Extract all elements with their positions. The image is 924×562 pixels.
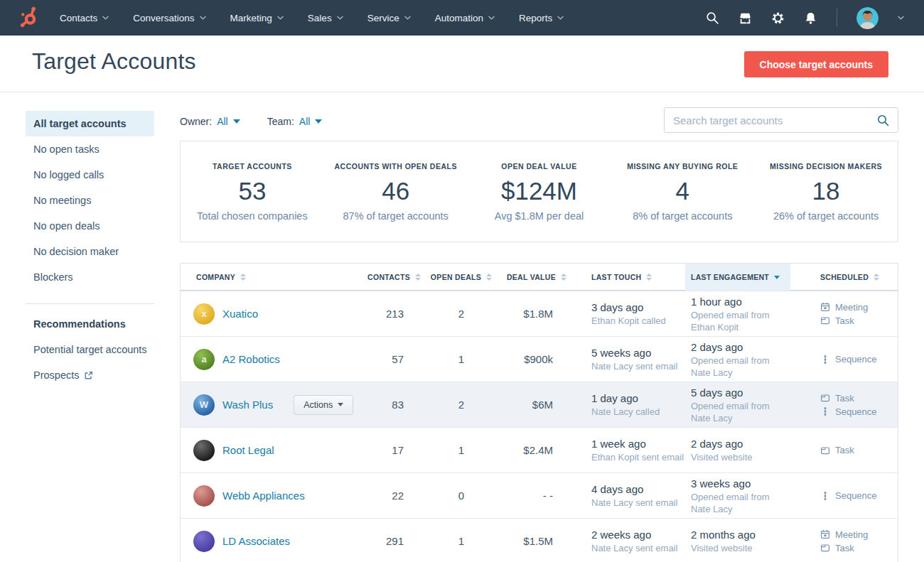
table-row[interactable]: aA2 Robotics 57 1 $900k 5 weeks agoNate …	[181, 336, 898, 382]
last-touch-time: 1 week ago	[591, 437, 685, 451]
search-icon[interactable]	[877, 114, 889, 126]
sort-icon	[415, 274, 421, 281]
nav-label: Marketing	[230, 13, 272, 23]
company-link[interactable]: A2 Robotics	[222, 353, 280, 365]
chevron-down-icon	[200, 16, 206, 20]
chevron-down-icon	[102, 16, 109, 20]
table-row[interactable]: Webb Appliances 22 0 - - 4 days agoNate …	[181, 472, 898, 518]
actions-button[interactable]: Actions	[294, 395, 353, 415]
last-engagement-time: 2 days ago	[691, 340, 790, 355]
nav-label: Contacts	[60, 13, 97, 23]
notifications-icon[interactable]	[804, 11, 817, 25]
last-engagement-detail: Visited website	[691, 542, 790, 554]
nav-item-conversations[interactable]: Conversations	[133, 13, 205, 23]
stats-summary-bar: TARGET ACCOUNTS 53 Total chosen companie…	[180, 141, 898, 242]
user-avatar[interactable]	[856, 7, 879, 29]
sidebar-item-no-logged-calls[interactable]: No logged calls	[26, 162, 154, 188]
nav-item-service[interactable]: Service	[367, 13, 411, 23]
nav-menu: Contacts Conversations Marketing Sales S…	[60, 13, 564, 23]
sort-icon	[874, 274, 879, 281]
company-link[interactable]: LD Associates	[222, 535, 290, 547]
stat-label: OPEN DEAL VALUE	[468, 162, 611, 171]
column-header-deal-value[interactable]: DEAL VALUE	[500, 264, 568, 291]
sort-icon	[240, 274, 246, 281]
column-header-open-deals[interactable]: OPEN DEALS	[422, 264, 500, 291]
last-engagement-time: 1 hour ago	[691, 295, 790, 309]
column-header-last-engagement-sorted[interactable]: LAST ENGAGEMENT	[685, 264, 790, 291]
team-filter-label: Team:	[267, 116, 294, 127]
chevron-down-icon	[557, 16, 564, 20]
nav-right-tools	[706, 7, 904, 29]
nav-label: Service	[367, 13, 399, 23]
sidebar-item-all-target-accounts[interactable]: All target accounts	[26, 111, 154, 136]
caret-down-icon	[233, 119, 240, 124]
company-link[interactable]: Webb Appliances	[222, 490, 305, 502]
company-link[interactable]: Wash Plus	[222, 399, 273, 411]
sidebar-item-no-open-tasks[interactable]: No open tasks	[26, 136, 154, 162]
stat-caption: Total chosen companies	[181, 210, 324, 222]
stat-label: ACCOUNTS WITH OPEN DEALS	[324, 162, 468, 171]
choose-target-accounts-button[interactable]: Choose target accounts	[744, 51, 888, 77]
task-icon	[820, 393, 830, 403]
scheduled-task: Task	[820, 445, 898, 455]
last-engagement-time: 2 months ago	[691, 528, 790, 542]
scheduled-sequence: Sequence	[820, 490, 898, 501]
team-filter-value: All	[299, 116, 311, 127]
sidebar-item-no-open-deals[interactable]: No open deals	[26, 213, 154, 239]
sort-icon	[486, 274, 492, 281]
scheduled-cell: Sequence	[790, 354, 898, 364]
scheduled-cell: Meeting Task	[790, 529, 898, 553]
hubspot-logo[interactable]	[17, 5, 41, 31]
table-row[interactable]: xXuatico 213 2 $1.8M 3 days agoEthan Kop…	[181, 291, 898, 336]
stat-label: TARGET ACCOUNTS	[181, 162, 324, 171]
stat-label: MISSING ANY BUYING ROLE	[611, 162, 754, 171]
nav-item-automation[interactable]: Automation	[435, 13, 495, 23]
deal-value: $900k	[500, 353, 568, 365]
team-filter[interactable]: Team: All	[267, 116, 323, 127]
chevron-down-icon	[404, 16, 411, 20]
last-touch-detail: Ethan Kopit sent email	[591, 451, 685, 463]
last-touch-detail: Nate Lacy sent email	[591, 542, 685, 554]
top-navigation: Contacts Conversations Marketing Sales S…	[0, 0, 924, 36]
table-row[interactable]: LD Associates 291 1 $1.5M 2 weeks agoNat…	[181, 518, 898, 562]
nav-item-contacts[interactable]: Contacts	[60, 13, 109, 23]
stat-caption: 8% of target accounts	[611, 210, 754, 222]
marketplace-icon[interactable]	[738, 11, 752, 25]
column-header-scheduled[interactable]: SCHEDULED	[790, 264, 898, 291]
company-logo: W	[193, 394, 215, 416]
nav-item-sales[interactable]: Sales	[308, 13, 343, 23]
settings-icon[interactable]	[771, 11, 785, 25]
last-engagement-detail: Opened email from Nate Lacy	[691, 355, 790, 379]
open-deals-count: 1	[422, 353, 500, 365]
scheduled-cell: Task	[790, 445, 898, 455]
stat-missing-decision-makers: MISSING DECISION MAKERS 18 26% of target…	[754, 162, 898, 222]
nav-item-reports[interactable]: Reports	[519, 13, 564, 23]
company-logo: a	[193, 349, 215, 370]
account-caret-icon[interactable]	[898, 16, 904, 20]
table-row[interactable]: Root Legal 17 1 $2.4M 1 week agoEthan Ko…	[181, 427, 898, 472]
column-header-last-touch[interactable]: LAST TOUCH	[568, 264, 685, 291]
search-icon[interactable]	[706, 11, 719, 25]
column-header-company[interactable]: COMPANY	[181, 264, 369, 291]
owner-filter[interactable]: Owner: All	[180, 116, 240, 127]
company-link[interactable]: Xuatico	[222, 308, 258, 320]
last-engagement-detail: Opened email from Nate Lacy	[691, 491, 790, 515]
column-header-contacts[interactable]: CONTACTS	[369, 264, 422, 291]
nav-label: Automation	[435, 13, 483, 23]
sidebar-item-prospects[interactable]: Prospects	[26, 362, 154, 388]
nav-item-marketing[interactable]: Marketing	[230, 13, 284, 23]
sequence-icon	[820, 491, 830, 501]
page-title: Target Accounts	[32, 48, 196, 75]
search-input[interactable]	[665, 114, 877, 126]
meeting-icon	[820, 302, 830, 312]
sidebar-item-no-decision-maker[interactable]: No decision maker	[26, 239, 154, 264]
table-row-hovered[interactable]: WWash Plus Actions 83 2 $6M 1 day agoNat…	[181, 382, 898, 427]
page-header: Target Accounts Choose target accounts	[0, 36, 924, 92]
search-box	[664, 107, 898, 133]
sidebar-item-no-meetings[interactable]: No meetings	[26, 188, 154, 213]
sidebar-item-potential-target-accounts[interactable]: Potential target accounts	[26, 337, 154, 362]
scheduled-task: Task	[820, 543, 898, 553]
chevron-down-icon	[277, 16, 284, 20]
sidebar-item-blockers[interactable]: Blockers	[26, 264, 154, 290]
company-link[interactable]: Root Legal	[222, 444, 274, 456]
